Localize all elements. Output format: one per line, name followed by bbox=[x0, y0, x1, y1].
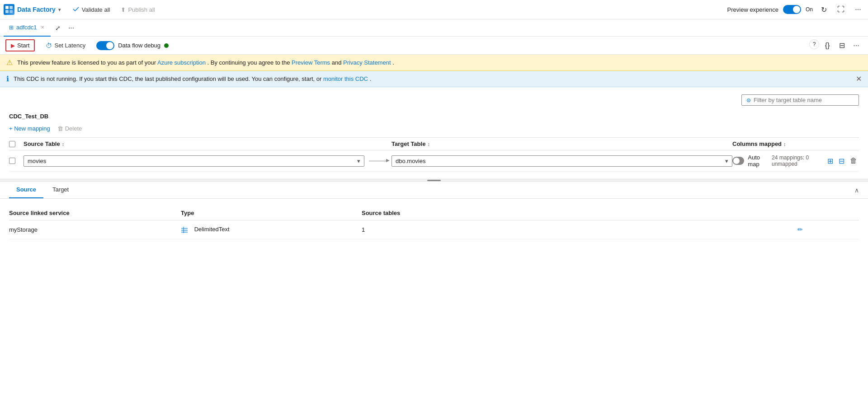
edit-cell: ✏ bbox=[797, 220, 859, 239]
col-linked-service: Source linked service bbox=[9, 206, 181, 220]
chevron-down-icon[interactable]: ▾ bbox=[58, 7, 61, 12]
azure-subscription-link[interactable]: Azure subscription bbox=[157, 59, 206, 66]
target-dropdown[interactable]: dbo.movies ▾ bbox=[392, 155, 732, 167]
monitor-cdc-link[interactable]: monitor this CDC bbox=[323, 75, 368, 82]
code-editor-icon[interactable]: {} bbox=[821, 39, 834, 52]
privacy-statement-link[interactable]: Privacy Statement bbox=[343, 59, 391, 66]
tab-more-icon[interactable]: ··· bbox=[65, 22, 78, 34]
db-name: CDC_Test_DB bbox=[9, 113, 859, 120]
publish-all-button[interactable]: ⬆ Publish all bbox=[116, 5, 159, 15]
bottom-content: Source linked service Type Source tables bbox=[0, 199, 868, 416]
target-chevron-icon: ▾ bbox=[725, 158, 728, 164]
target-sort-icon[interactable]: ↕ bbox=[427, 141, 430, 147]
tab-icon: ⊞ bbox=[9, 24, 14, 31]
debug-toggle[interactable] bbox=[96, 41, 114, 50]
latency-icon: ⏱ bbox=[46, 42, 52, 49]
dropdown-chevron-icon: ▾ bbox=[357, 158, 360, 164]
info-icon: ℹ bbox=[6, 75, 9, 83]
arrow-line bbox=[369, 161, 387, 161]
mapped-sort-icon[interactable]: ↕ bbox=[783, 141, 786, 147]
map-actions: ⊞ ⊟ 🗑 bbox=[826, 155, 859, 167]
auto-map-toggle: Auto map bbox=[732, 154, 766, 168]
logo-icon bbox=[4, 4, 14, 15]
mapping-section: ⊜ CDC_Test_DB + New mapping 🗑 Delete Sou… bbox=[0, 87, 868, 179]
tab-source[interactable]: Source bbox=[9, 182, 43, 198]
mapped-area: Auto map 24 mappings: 0 unmapped ⊞ ⊟ 🗑 bbox=[732, 154, 859, 168]
preview-toggle[interactable] bbox=[783, 5, 801, 14]
select-all-checkbox[interactable] bbox=[9, 141, 15, 147]
refresh-icon[interactable]: ↻ bbox=[817, 3, 830, 16]
delete-icon: 🗑 bbox=[57, 125, 63, 132]
main-content: ⊜ CDC_Test_DB + New mapping 🗑 Delete Sou… bbox=[0, 87, 868, 416]
play-icon: ▶ bbox=[11, 42, 15, 49]
publish-icon: ⬆ bbox=[121, 6, 126, 13]
source-row: myStorage bbox=[9, 220, 859, 239]
tab-adfcdc1[interactable]: ⊞ adfcdc1 ✕ bbox=[4, 19, 51, 37]
mapping-row: movies ▾ dbo.movies ▾ Auto map bbox=[9, 150, 859, 172]
edit-icon[interactable]: ✏ bbox=[797, 226, 803, 233]
columns-map-icon[interactable]: ⊞ bbox=[826, 155, 835, 167]
arrow-connector bbox=[364, 161, 392, 161]
svg-rect-2 bbox=[5, 10, 9, 13]
nav-right: Preview experience On ↻ ⛶ ··· bbox=[727, 3, 864, 16]
help-icon[interactable]: ? bbox=[809, 39, 819, 49]
warning-banner: ⚠ This preview feature is licensed to yo… bbox=[0, 55, 868, 71]
col-actions bbox=[797, 206, 859, 220]
toolbar-more-icon[interactable]: ··· bbox=[850, 39, 863, 52]
warning-icon: ⚠ bbox=[6, 58, 13, 67]
toolbar: ▶ Start ⏱ Set Latency Data flow debug ? … bbox=[0, 37, 868, 55]
app-logo: Data Factory ▾ bbox=[4, 4, 61, 15]
tab-close-icon[interactable]: ✕ bbox=[40, 24, 45, 31]
toolbar-right-icons: ? {} ⊟ ··· bbox=[809, 39, 863, 52]
filter-bar: ⊜ bbox=[9, 94, 859, 106]
expand-icon[interactable]: ⤢ bbox=[52, 22, 64, 34]
filter-icon: ⊜ bbox=[746, 97, 751, 103]
bottom-section: Source Target ∧ Source linked service Ty… bbox=[0, 182, 868, 416]
linked-service-cell: myStorage bbox=[9, 220, 181, 239]
validate-all-button[interactable]: Validate all bbox=[68, 4, 115, 16]
set-latency-button[interactable]: ⏱ Set Latency bbox=[42, 40, 89, 51]
col-type: Type bbox=[181, 206, 362, 220]
preview-terms-link[interactable]: Preview Terms bbox=[292, 59, 330, 66]
table-header-row: Source linked service Type Source tables bbox=[9, 206, 859, 220]
filter-input-wrapper: ⊜ bbox=[741, 94, 859, 106]
mapping-table-header: Source Table ↕ Target Table ↕ Columns ma… bbox=[9, 137, 859, 150]
start-button[interactable]: ▶ Start bbox=[5, 39, 35, 51]
info-banner-close[interactable]: ✕ bbox=[856, 75, 862, 83]
col-source-tables: Source tables bbox=[362, 206, 797, 220]
type-cell: DelimitedText bbox=[181, 220, 362, 239]
delete-button[interactable]: 🗑 Delete bbox=[57, 125, 82, 132]
monitor-view-icon[interactable]: ⊟ bbox=[835, 39, 848, 52]
more-options-icon[interactable]: ··· bbox=[852, 3, 864, 16]
source-data-table: Source linked service Type Source tables bbox=[9, 206, 859, 239]
debug-status-icon bbox=[164, 43, 169, 48]
drag-handle bbox=[427, 180, 441, 181]
delete-row-icon[interactable]: 🗑 bbox=[848, 155, 859, 167]
mapping-actions: + New mapping 🗑 Delete bbox=[9, 125, 859, 132]
collapse-panel-icon[interactable]: ∧ bbox=[854, 187, 859, 194]
svg-rect-1 bbox=[9, 6, 13, 9]
row-checkbox[interactable] bbox=[9, 158, 15, 164]
preview-data-icon[interactable]: ⊟ bbox=[837, 155, 846, 167]
fullscreen-icon[interactable]: ⛶ bbox=[835, 3, 847, 16]
top-nav-bar: Data Factory ▾ Validate all ⬆ Publish al… bbox=[0, 0, 868, 19]
app-name: Data Factory bbox=[17, 6, 56, 13]
svg-rect-0 bbox=[5, 6, 9, 9]
validate-icon bbox=[72, 5, 80, 14]
delimited-text-icon bbox=[181, 226, 192, 233]
bottom-tab-bar: Source Target ∧ bbox=[0, 182, 868, 199]
new-mapping-button[interactable]: + New mapping bbox=[9, 125, 50, 132]
info-banner: ℹ This CDC is not running. If you start … bbox=[0, 71, 868, 87]
source-sort-icon[interactable]: ↕ bbox=[62, 141, 65, 147]
tab-bar: ⊞ adfcdc1 ✕ ⤢ ··· bbox=[0, 19, 868, 37]
source-tables-cell: 1 bbox=[362, 220, 797, 239]
debug-toggle-area: Data flow debug bbox=[96, 41, 169, 50]
auto-map-switch[interactable] bbox=[732, 157, 744, 165]
svg-rect-3 bbox=[9, 10, 13, 13]
tab-target[interactable]: Target bbox=[45, 182, 76, 198]
filter-table-input[interactable] bbox=[754, 97, 854, 103]
source-dropdown[interactable]: movies ▾ bbox=[24, 155, 364, 167]
